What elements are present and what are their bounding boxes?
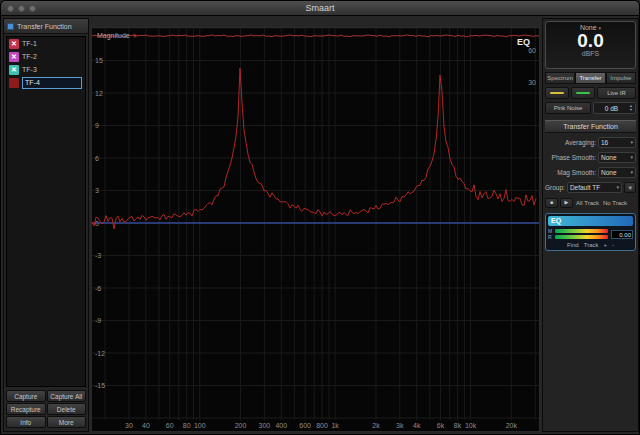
control-label: Averaging: (545, 139, 596, 146)
magnitude-plot[interactable]: 15129630-3-6-9-12-1530406080100200300400… (91, 27, 540, 432)
sidebar-title: Transfer Function (17, 23, 72, 30)
svg-text:30: 30 (125, 422, 133, 429)
eq-footer-find-button[interactable]: Find (567, 242, 579, 248)
trace-name-edit-field[interactable]: TF-4 (22, 77, 82, 89)
chevron-down-icon: ▼ (132, 33, 138, 39)
eq-gain-value: 0.00 (611, 230, 633, 239)
eq-meter-label: R (548, 234, 553, 240)
svg-text:-9: -9 (95, 317, 101, 324)
tf-plot-svg: 15129630-3-6-9-12-1530406080100200300400… (92, 28, 539, 431)
play-icon: ▶ (565, 199, 569, 205)
transport-row: ■ ▶ All Track No Track (545, 197, 636, 208)
svg-text:100: 100 (194, 422, 206, 429)
group-select[interactable]: Default TF ▾ (567, 182, 622, 193)
eq-track-widget[interactable]: EQ MR 0.00 FindTrack+- (545, 213, 636, 251)
svg-text:200: 200 (235, 422, 247, 429)
svg-text:-3: -3 (95, 252, 101, 259)
svg-text:12: 12 (95, 90, 103, 97)
trace-color-icon[interactable]: ✕ (9, 65, 19, 75)
control-value: None (601, 169, 617, 176)
svg-text:30: 30 (528, 79, 536, 86)
no-track-button[interactable]: No Track (602, 200, 628, 206)
tf-controls: Averaging:16▾Phase Smooth:None▾Mag Smoot… (545, 136, 636, 178)
svg-text:3: 3 (95, 187, 99, 194)
trace-color-icon[interactable]: ✕ (9, 39, 19, 49)
mag-smooth-row: Mag Smooth:None▾ (545, 166, 636, 178)
window-title: Smaart (1, 3, 639, 13)
plot-corner-label: EQ (517, 37, 530, 47)
stop-icon: ■ (550, 199, 553, 205)
chevron-down-icon: ▾ (616, 184, 619, 190)
eq-footer-plus-button[interactable]: + (603, 242, 607, 248)
group-manage-button[interactable]: ✳ (624, 182, 636, 193)
trace-label[interactable]: TF-1 (22, 40, 37, 47)
spectrum-trace-button[interactable] (545, 87, 569, 99)
trace-color-icon[interactable]: ✕ (9, 52, 19, 62)
play-button[interactable]: ▶ (560, 198, 573, 208)
output-level-spinner[interactable]: 0 dB ▲ ▼ (593, 102, 636, 114)
chevron-down-icon: ▾ (630, 154, 633, 160)
delete-button[interactable]: Delete (47, 403, 87, 415)
trace-label[interactable]: TF-3 (22, 66, 37, 73)
svg-text:300: 300 (259, 422, 271, 429)
capture-button[interactable]: Capture (6, 390, 46, 402)
eq-meter-row: R (548, 234, 608, 240)
svg-text:800: 800 (316, 422, 328, 429)
more-button[interactable]: More (47, 416, 87, 428)
trace-list: ✕TF-1✕TF-2✕TF-3TF-4 (6, 36, 86, 387)
group-label: Group: (545, 184, 565, 191)
plot-mode-label: Magnitude (97, 32, 130, 39)
trace-row[interactable]: ✕TF-3 (7, 63, 85, 76)
svg-text:10k: 10k (465, 422, 477, 429)
svg-text:9: 9 (95, 122, 99, 129)
eq-track-header[interactable]: EQ (548, 216, 633, 226)
info-button[interactable]: Info (6, 416, 46, 428)
pink-noise-button[interactable]: Pink Noise (545, 102, 591, 114)
meter-unit: dBFS (546, 50, 635, 57)
plot-mode-dropdown[interactable]: Magnitude ▼ (97, 32, 138, 39)
trace-label[interactable]: TF-2 (22, 53, 37, 60)
svg-text:8k: 8k (454, 422, 462, 429)
svg-text:6k: 6k (437, 422, 445, 429)
app-window: Smaart Transfer Function ✕TF-1✕TF-2✕TF-3… (0, 0, 640, 435)
chevron-down-icon: ▾ (630, 169, 633, 175)
trace-buttons-row: Live IR (545, 87, 636, 99)
mode-tabs: SpectrumTransferImpulse (545, 72, 636, 84)
transfer-trace-button[interactable] (571, 87, 595, 99)
svg-text:4k: 4k (413, 422, 421, 429)
live-ir-button[interactable]: Live IR (597, 87, 636, 99)
transfer-trace-icon (576, 92, 590, 94)
eq-meters: MR (548, 228, 608, 240)
group-manage-icon: ✳ (627, 185, 632, 191)
trace-sidebar: Transfer Function ✕TF-1✕TF-2✕TF-3TF-4 Ca… (3, 18, 89, 432)
averaging-select[interactable]: 16▾ (598, 137, 636, 148)
svg-text:-12: -12 (95, 350, 105, 357)
eq-meter-bar (555, 235, 608, 239)
spinner-arrows[interactable]: ▲ ▼ (629, 104, 635, 112)
trace-row[interactable]: TF-4 (7, 76, 85, 89)
eq-track-body: MR 0.00 (548, 228, 633, 240)
tab-spectrum[interactable]: Spectrum (545, 72, 575, 84)
all-track-button[interactable]: All Track (575, 200, 600, 206)
eq-footer-minus-button[interactable]: - (612, 242, 614, 248)
stop-button[interactable]: ■ (545, 198, 558, 208)
svg-text:600: 600 (299, 422, 311, 429)
control-value: 16 (601, 139, 608, 146)
phase-smooth-select[interactable]: None▾ (598, 152, 636, 163)
trace-row[interactable]: ✕TF-2 (7, 50, 85, 63)
svg-text:-15: -15 (95, 382, 105, 389)
mag-smooth-select[interactable]: None▾ (598, 167, 636, 178)
tab-impulse[interactable]: Impulse (606, 72, 636, 84)
generator-row: Pink Noise 0 dB ▲ ▼ (545, 102, 636, 114)
recapture-button[interactable]: Recapture (6, 403, 46, 415)
svg-text:6: 6 (95, 155, 99, 162)
trace-color-icon[interactable] (9, 78, 19, 88)
trace-row[interactable]: ✕TF-1 (7, 37, 85, 50)
down-arrow-icon[interactable]: ▼ (629, 108, 633, 112)
eq-footer-track-button[interactable]: Track (584, 242, 599, 248)
averaging-row: Averaging:16▾ (545, 136, 636, 148)
title-bar[interactable]: Smaart (1, 1, 639, 16)
tab-transfer[interactable]: Transfer (575, 72, 605, 84)
capture-all-button[interactable]: Capture All (47, 390, 87, 402)
svg-text:20k: 20k (506, 422, 518, 429)
